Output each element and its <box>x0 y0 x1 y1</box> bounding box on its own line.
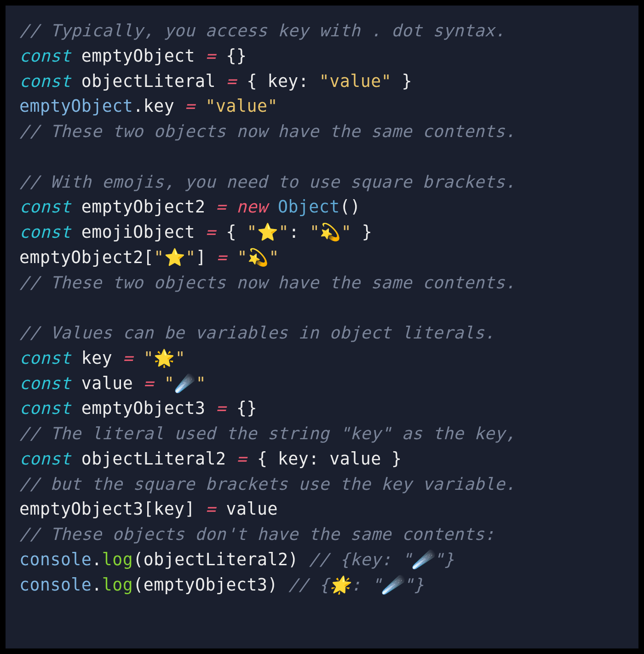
identifier: emojiObject <box>71 222 205 242</box>
keyword-const: const <box>19 222 71 242</box>
code-text: .key <box>133 96 184 116</box>
identifier: objectLiteral2 <box>71 449 236 469</box>
code-line: console.log(emptyObject3) // {🌟: "☄️"} <box>19 573 625 598</box>
operator-eq: = <box>144 373 154 393</box>
operator-eq: = <box>206 499 216 519</box>
code-text: { <box>216 222 247 242</box>
variable: console <box>19 575 92 595</box>
code-line: const value = "☄️" <box>19 371 625 396</box>
code-line: emptyObject.key = "value" <box>19 94 625 119</box>
identifier: emptyObject3 <box>71 398 216 418</box>
code-line: // Values can be variables in object lit… <box>19 321 625 346</box>
variable: emptyObject <box>19 96 133 116</box>
code-line: const key = "🌟" <box>19 346 625 371</box>
comment: // These two objects now have the same c… <box>19 273 516 293</box>
string-literal: "💫" <box>310 222 351 242</box>
code-text: { key: value } <box>247 449 402 469</box>
comment: // The literal used the string "key" as … <box>19 424 516 443</box>
operator-eq: = <box>185 96 195 116</box>
keyword-new: new <box>236 197 267 217</box>
string-literal: "🌟" <box>144 348 185 368</box>
string-literal: "⭐" <box>154 247 196 267</box>
keyword-const: const <box>19 449 71 469</box>
string-literal: "value" <box>206 96 278 116</box>
blank-line <box>19 295 625 321</box>
code-line: const emptyObject = {} <box>19 44 625 69</box>
code-text <box>133 348 143 368</box>
keyword-const: const <box>19 398 71 418</box>
code-line: // Typically, you access key with . dot … <box>19 18 625 44</box>
code-text: } <box>351 222 372 242</box>
comment: // Typically, you access key with . dot … <box>19 21 505 40</box>
code-text: { key: <box>236 71 319 91</box>
operator-eq: = <box>236 449 247 469</box>
string-literal: "☄️" <box>164 373 206 393</box>
string-literal: "⭐" <box>247 222 288 242</box>
identifier: emptyObject <box>71 46 205 66</box>
identifier: emptyObject2 <box>71 197 216 217</box>
code-line: const objectLiteral2 = { key: value } <box>19 447 625 472</box>
operator-eq: = <box>216 197 226 217</box>
dot: . <box>92 550 102 569</box>
code-line: // These objects don't have the same con… <box>19 522 625 547</box>
keyword-const: const <box>19 46 71 66</box>
code-text: : <box>289 222 310 242</box>
code-block: // Typically, you access key with . dot … <box>6 6 638 648</box>
code-line: // These two objects now have the same c… <box>19 270 625 296</box>
identifier: value <box>71 373 143 393</box>
code-text: ] <box>196 247 217 267</box>
keyword-const: const <box>19 71 71 91</box>
comment: // but the square brackets use the key v… <box>19 474 516 494</box>
code-line: // The literal used the string "key" as … <box>19 421 625 447</box>
code-text <box>267 197 277 217</box>
class-name: Object <box>278 197 340 217</box>
identifier: key <box>71 348 122 368</box>
operator-eq: = <box>206 222 216 242</box>
code-text <box>226 197 236 217</box>
string-literal: "💫" <box>237 247 279 267</box>
code-line: emptyObject2["⭐"] = "💫" <box>19 245 625 270</box>
comment: // With emojis, you need to use square b… <box>19 172 516 192</box>
code-line: emptyObject3[key] = value <box>19 497 625 522</box>
identifier: objectLiteral <box>71 71 226 91</box>
identifier: emptyObject2[ <box>19 247 154 267</box>
code-line: console.log(objectLiteral2) // {key: "☄️… <box>19 547 625 573</box>
code-text <box>227 247 237 267</box>
code-line: const emojiObject = { "⭐": "💫" } <box>19 220 625 245</box>
blank-line <box>19 144 625 170</box>
keyword-const: const <box>19 197 71 217</box>
code-text: (objectLiteral2) <box>133 550 309 569</box>
comment: // These two objects now have the same c… <box>19 121 516 141</box>
operator-eq: = <box>123 348 133 368</box>
operator-eq: = <box>226 71 236 91</box>
keyword-const: const <box>19 373 71 393</box>
comment: // These objects don't have the same con… <box>19 524 495 544</box>
code-text: {} <box>226 398 257 418</box>
method-name: log <box>102 575 133 595</box>
string-literal: "value" <box>319 71 391 91</box>
comment: // Values can be variables in object lit… <box>19 323 495 343</box>
keyword-const: const <box>19 348 71 368</box>
code-text: } <box>391 71 412 91</box>
operator-eq: = <box>206 46 216 66</box>
identifier: emptyObject3[key] <box>19 499 206 519</box>
code-text: () <box>340 197 361 217</box>
code-text <box>195 96 205 116</box>
code-line: const emptyObject2 = new Object() <box>19 195 625 220</box>
operator-eq: = <box>216 398 226 418</box>
variable: console <box>19 550 92 569</box>
code-line: // With emojis, you need to use square b… <box>19 170 625 195</box>
code-text: value <box>216 499 278 519</box>
code-line: // but the square brackets use the key v… <box>19 472 625 497</box>
code-text <box>154 373 164 393</box>
method-name: log <box>102 550 133 569</box>
code-text: {} <box>216 46 247 66</box>
code-line: // These two objects now have the same c… <box>19 119 625 144</box>
comment: // {🌟: "☄️"} <box>288 575 424 595</box>
operator-eq: = <box>217 247 227 267</box>
code-text: (emptyObject3) <box>133 575 288 595</box>
code-line: const emptyObject3 = {} <box>19 396 625 421</box>
dot: . <box>92 575 102 595</box>
comment: // {key: "☄️"} <box>309 550 454 569</box>
code-line: const objectLiteral = { key: "value" } <box>19 69 625 94</box>
